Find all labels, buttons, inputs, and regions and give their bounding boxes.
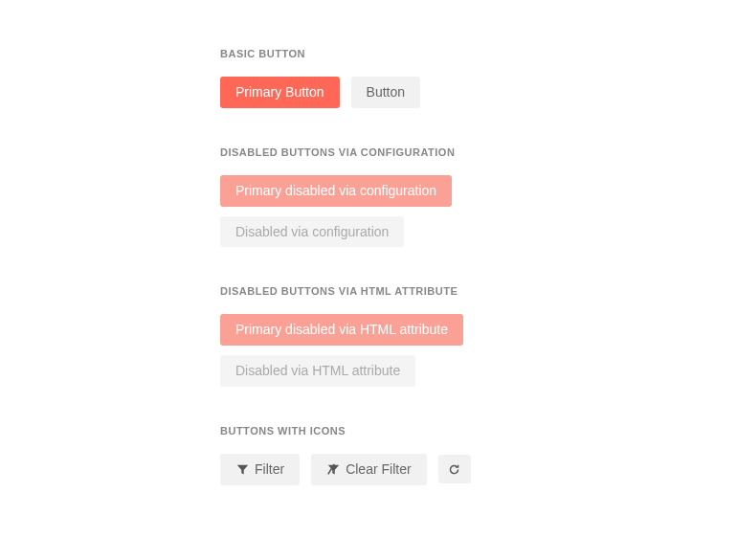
primary-disabled-config-button: Primary disabled via configuration (220, 175, 452, 207)
primary-disabled-attr-button: Primary disabled via HTML attribute (220, 314, 463, 346)
button-row: Filter Clear Filter (220, 454, 737, 485)
filter-icon (235, 462, 249, 476)
section-title-disabled-config: DISABLED BUTTONS VIA CONFIGURATION (220, 146, 737, 158)
section-disabled-config: DISABLED BUTTONS VIA CONFIGURATION Prima… (220, 146, 737, 248)
filter-button[interactable]: Filter (220, 454, 300, 485)
button-row: Disabled via configuration (220, 216, 737, 248)
section-basic-button: BASIC BUTTON Primary Button Button (220, 48, 737, 108)
section-disabled-attr: DISABLED BUTTONS VIA HTML ATTRIBUTE Prim… (220, 285, 737, 387)
section-title-disabled-attr: DISABLED BUTTONS VIA HTML ATTRIBUTE (220, 285, 737, 297)
section-buttons-with-icons: BUTTONS WITH ICONS Filter Clear Filter (220, 425, 737, 485)
default-disabled-attr-button: Disabled via HTML attribute (220, 355, 415, 387)
button-row: Primary disabled via configuration (220, 175, 737, 207)
section-title-basic: BASIC BUTTON (220, 48, 737, 59)
refresh-icon (448, 462, 461, 476)
clear-filter-button-label: Clear Filter (346, 461, 411, 478)
button-row: Primary disabled via HTML attribute (220, 314, 737, 346)
filter-button-label: Filter (255, 461, 284, 478)
default-button[interactable]: Button (351, 77, 420, 108)
clear-filter-button[interactable]: Clear Filter (311, 454, 426, 485)
button-row: Primary Button Button (220, 77, 737, 108)
refresh-button[interactable] (438, 455, 471, 483)
clear-filter-icon (326, 462, 340, 476)
primary-button[interactable]: Primary Button (220, 77, 340, 108)
default-disabled-config-button: Disabled via configuration (220, 216, 404, 248)
section-title-icons: BUTTONS WITH ICONS (220, 425, 737, 437)
button-row: Disabled via HTML attribute (220, 355, 737, 387)
